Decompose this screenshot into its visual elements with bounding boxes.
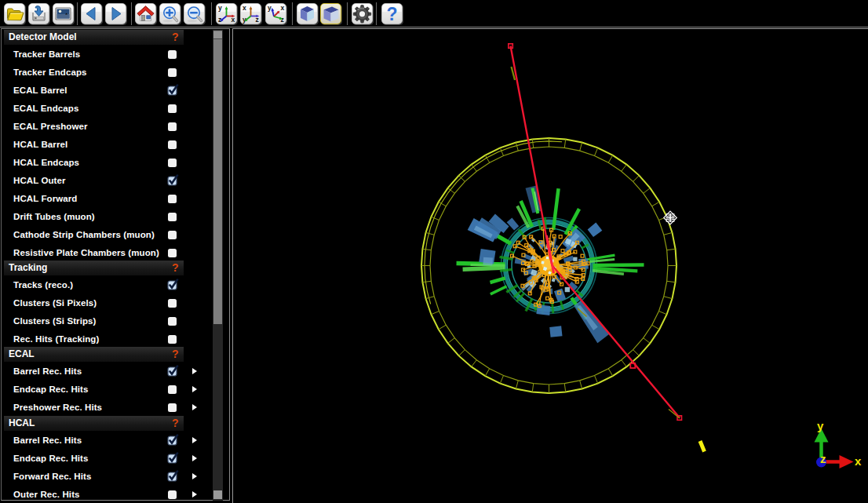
svg-text:x: x [281, 4, 285, 12]
svg-text:?: ? [386, 4, 397, 24]
svg-text:z: z [281, 16, 284, 24]
svg-text:x: x [855, 454, 862, 468]
svg-text:y: y [817, 419, 824, 432]
svg-text:z: z [820, 452, 826, 465]
svg-text:y: y [268, 4, 272, 12]
svg-text:x: x [243, 4, 246, 12]
svg-text:y: y [218, 4, 222, 12]
